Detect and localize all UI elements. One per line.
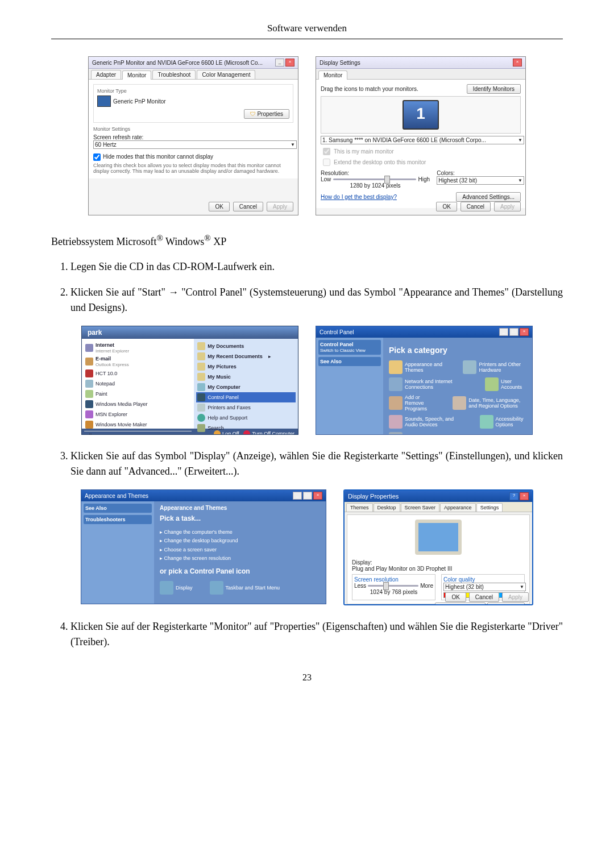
properties-button[interactable]: 🛡 Properties xyxy=(244,109,289,119)
best-display-link[interactable]: How do I get the best display? xyxy=(321,194,397,200)
resolution-slider[interactable] xyxy=(333,178,416,180)
dp-tab-appearance[interactable]: Appearance xyxy=(440,503,476,512)
tab-monitor[interactable]: Monitor xyxy=(122,70,151,80)
dp-tab-themes[interactable]: Themes xyxy=(346,503,373,512)
cancel-button[interactable]: Cancel xyxy=(460,202,491,211)
hide-modes-checkbox[interactable] xyxy=(93,153,101,161)
ok-button[interactable]: OK xyxy=(209,202,229,211)
close-icon[interactable]: × xyxy=(520,328,529,336)
task-background[interactable]: ▸ Change the desktop background xyxy=(160,537,320,545)
cp-item-addremove[interactable]: Add or Remove Programs xyxy=(389,394,435,412)
sm-recent[interactable]: My Recent Documents ▸ xyxy=(196,351,296,362)
minimize-icon[interactable]: _ xyxy=(499,328,508,336)
ok-button[interactable]: OK xyxy=(436,202,457,211)
sm-wmp[interactable]: Windows Media Player xyxy=(84,399,192,409)
monitor-preview-1[interactable]: 1 xyxy=(403,100,439,130)
cp-item-perf[interactable]: Performance and Maintenance xyxy=(389,432,475,435)
task-label: Change the desktop background xyxy=(164,538,238,543)
task-resolution[interactable]: ▸ Change the screen resolution xyxy=(160,554,320,563)
monitor-properties-dialog: Generic PnP Monitor and NVIDIA GeForce 6… xyxy=(88,56,298,215)
hide-modes-label: Hide modes that this monitor cannot disp… xyxy=(103,153,213,160)
dp-cq-dropdown[interactable]: Highest (32 bit) ▼ xyxy=(443,583,526,591)
close-icon[interactable]: × xyxy=(313,492,322,500)
cp-icon-label: Taskbar and Start Menu xyxy=(226,585,280,591)
printer-icon xyxy=(463,360,476,374)
dp-tab-desktop[interactable]: Desktop xyxy=(374,503,400,512)
sm-email[interactable]: E-mailOutlook Express xyxy=(84,355,192,368)
cp-item-network[interactable]: Network and Internet Connections xyxy=(389,377,468,391)
cp-item-access[interactable]: Accessibility Options xyxy=(480,415,526,429)
apply-button[interactable]: Apply xyxy=(494,202,521,211)
dp-res-slider[interactable] xyxy=(368,585,418,587)
sm-paint[interactable]: Paint xyxy=(84,389,192,399)
cp-icon-taskbar[interactable]: Taskbar and Start Menu xyxy=(210,581,280,595)
cp-item-sounds[interactable]: Sounds, Speech, and Audio Devices xyxy=(389,415,463,429)
cancel-button[interactable]: Cancel xyxy=(233,202,263,211)
low-label: Low xyxy=(321,176,331,182)
close-icon[interactable]: × xyxy=(285,59,294,67)
close-icon[interactable]: × xyxy=(520,492,529,500)
chevron-down-icon: ▼ xyxy=(518,138,522,143)
folder-icon xyxy=(197,352,205,360)
dp-cq-value: Highest (32 bit) xyxy=(445,584,484,590)
sm-item-label: Help and Support xyxy=(208,415,247,421)
task-theme[interactable]: ▸ Change the computer's theme xyxy=(160,528,320,537)
sm-internet[interactable]: InternetInternet Explorer xyxy=(84,341,192,355)
sm-mycomputer[interactable]: My Computer xyxy=(196,382,296,392)
cp-item-appearance[interactable]: Appearance and Themes xyxy=(389,360,446,374)
help-icon[interactable]: ? xyxy=(509,492,518,500)
sm-control-panel[interactable]: Control Panel xyxy=(196,392,296,402)
sm-item-label: Printers and Faxes xyxy=(208,405,251,410)
tab-troubleshoot[interactable]: Troubleshoot xyxy=(152,70,196,79)
sm-notepad[interactable]: Notepad xyxy=(84,379,192,389)
identify-monitors-button[interactable]: Identify Monitors xyxy=(467,84,521,94)
sm-mypics[interactable]: My Pictures xyxy=(196,362,296,372)
sm-item-label: HCT 10.0 xyxy=(96,371,117,376)
sm-mydocs[interactable]: My Documents xyxy=(196,341,296,351)
sm-msn[interactable]: MSN Explorer xyxy=(84,409,192,420)
colors-value: Highest (32 bit) xyxy=(438,177,477,184)
minimize-icon[interactable]: _ xyxy=(293,492,302,500)
refresh-rate-dropdown[interactable]: 60 Hertz ▼ xyxy=(93,140,297,149)
help-icon xyxy=(197,414,205,422)
tab-colormgmt[interactable]: Color Management xyxy=(197,70,255,79)
dp-title-text: Display Properties xyxy=(348,493,399,500)
sm-printers[interactable]: Printers and Faxes xyxy=(196,402,296,413)
cp-switch-view[interactable]: Switch to Classic View xyxy=(320,348,366,353)
dp-tab-screensaver[interactable]: Screen Saver xyxy=(401,503,440,512)
dialog1-tabs: Adapter Monitor Troubleshoot Color Manag… xyxy=(89,69,298,80)
sm-help[interactable]: Help and Support xyxy=(196,413,296,423)
maximize-icon[interactable]: □ xyxy=(303,492,312,500)
cp-icon-display[interactable]: Display xyxy=(160,581,193,595)
ok-button[interactable]: OK xyxy=(445,592,466,602)
turnoff-button[interactable]: Turn Off Computer xyxy=(243,430,294,435)
colors-label: Colors: xyxy=(437,170,521,176)
refresh-rate-label: Screen refresh rate: xyxy=(93,134,293,140)
dialog1-title: Generic PnP Monitor and NVIDIA GeForce 6… xyxy=(92,60,263,66)
dp-troubleshoot-button[interactable]: Troubleshoot... xyxy=(435,603,485,605)
task-screensaver[interactable]: ▸ Choose a screen saver xyxy=(160,546,320,554)
close-icon[interactable]: × xyxy=(513,59,522,67)
sm-hct[interactable]: HCT 10.0 xyxy=(84,368,192,379)
minimize-icon[interactable]: _ xyxy=(275,59,284,67)
maximize-icon[interactable]: □ xyxy=(509,328,518,336)
start-menu-user: park xyxy=(82,326,298,339)
dp-tab-settings[interactable]: Settings xyxy=(476,503,503,512)
sm-all-programs[interactable]: All Programs ▶ xyxy=(84,431,192,435)
apply-button[interactable]: Apply xyxy=(267,202,293,211)
cp-item-datetime[interactable]: Date, Time, Language, and Regional Optio… xyxy=(453,394,526,412)
sm-wmm[interactable]: Windows Movie Maker xyxy=(84,420,192,430)
tab-adapter[interactable]: Adapter xyxy=(91,70,121,79)
dp-advanced-button[interactable]: Advanced xyxy=(487,603,525,605)
logoff-button[interactable]: Log Off xyxy=(214,430,239,435)
cp-item-printers[interactable]: Printers and Other Hardware xyxy=(463,360,526,374)
advanced-settings-button[interactable]: Advanced Settings... xyxy=(456,192,521,202)
figure-row-1: Generic PnP Monitor and NVIDIA GeForce 6… xyxy=(51,56,563,215)
cancel-button[interactable]: Cancel xyxy=(469,592,499,602)
cp-item-users[interactable]: User Accounts xyxy=(485,377,526,391)
apply-button[interactable]: Apply xyxy=(502,592,529,602)
tab-monitor-2[interactable]: Monitor xyxy=(318,70,347,80)
colors-dropdown[interactable]: Highest (32 bit) ▼ xyxy=(437,176,524,185)
sm-mymusic[interactable]: My Music xyxy=(196,372,296,382)
monitor-select-dropdown[interactable]: 1. Samsung **** on NVIDIA GeForce 6600 L… xyxy=(321,136,524,144)
